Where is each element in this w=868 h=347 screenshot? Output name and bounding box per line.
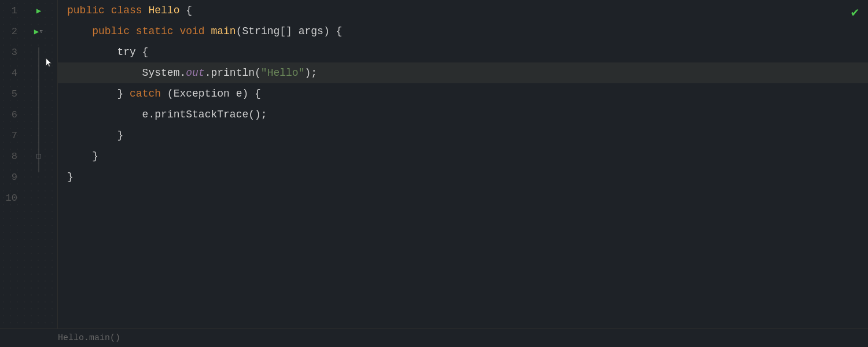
gutter-row: 9 [0, 167, 57, 187]
token: class [111, 5, 149, 16]
checkmark-icon: ✔ [851, 5, 859, 20]
gutter-row: 7 [0, 125, 57, 146]
token: String [242, 25, 280, 37]
line-number: 2 [0, 26, 22, 37]
gutter-row: 8□ [0, 146, 57, 167]
token: void [179, 25, 211, 37]
gutter-row: 6 [0, 104, 57, 125]
line-number: 1 [0, 5, 22, 16]
token: ( [236, 25, 242, 37]
token: e.printStackTrace(); [67, 109, 267, 120]
line-number: 9 [0, 172, 22, 183]
token: { [179, 5, 192, 16]
token: out [186, 67, 204, 79]
token: [] args) { [279, 25, 342, 37]
gutter-row: 1▶ [0, 0, 57, 21]
gutter-icons: ▶ [22, 6, 56, 16]
run-icon[interactable]: ▶ [36, 6, 41, 16]
gutter-row: 5 [0, 83, 57, 104]
line-number: 5 [0, 88, 22, 99]
fold-icon[interactable]: ▿ [39, 27, 43, 36]
gutter-icons: □ [22, 152, 56, 161]
gutter-row: 4 [0, 62, 57, 83]
gutter-row: 2▶▿ [0, 21, 57, 42]
code-line: } [58, 125, 868, 146]
code-editor[interactable]: 1▶2▶▿345678□910 public class Hello { pub… [0, 0, 868, 347]
token: ); [304, 67, 317, 79]
code-line: e.printStackTrace(); [58, 104, 868, 125]
token: .println( [205, 67, 261, 79]
bottom-bar: Hello.main() [0, 328, 868, 347]
token: } [67, 130, 123, 141]
token: } [67, 171, 73, 183]
run-icon[interactable]: ▶ [34, 27, 39, 36]
line-number: 8 [0, 151, 22, 162]
line-number: 4 [0, 68, 22, 79]
token: public [67, 5, 111, 16]
code-line: } [58, 146, 868, 167]
code-line: } catch (Exception e) { [58, 83, 868, 104]
fold-close-icon[interactable]: □ [36, 152, 41, 161]
code-line: } [58, 167, 868, 187]
line-number: 3 [0, 47, 22, 58]
line-gutter: 1▶2▶▿345678□910 [0, 0, 58, 347]
code-line: try { [58, 42, 868, 62]
gutter-icons: ▶▿ [22, 27, 56, 36]
token: static [136, 25, 180, 37]
code-line: public static void main(String[] args) { [58, 21, 868, 42]
line-number: 10 [0, 193, 22, 204]
token: catch [130, 88, 167, 99]
token: try { [67, 46, 148, 58]
code-line [58, 187, 868, 208]
token: main [211, 25, 236, 37]
gutter-row: 10 [0, 187, 57, 208]
token: "Hello" [261, 67, 305, 79]
code-line: System.out.println("Hello"); [58, 62, 868, 83]
token: Hello [148, 5, 179, 16]
token: } [67, 150, 98, 162]
code-line: public class Hello { [58, 0, 868, 21]
line-number: 7 [0, 130, 22, 141]
breadcrumb-text: Hello.main() [58, 333, 120, 343]
token: (Exception e) { [167, 88, 261, 99]
token: public [67, 25, 136, 37]
line-number: 6 [0, 109, 22, 120]
code-area[interactable]: public class Hello { public static void … [58, 0, 868, 347]
token: System. [67, 67, 186, 79]
gutter-row: 3 [0, 42, 57, 62]
token: } [67, 88, 130, 99]
